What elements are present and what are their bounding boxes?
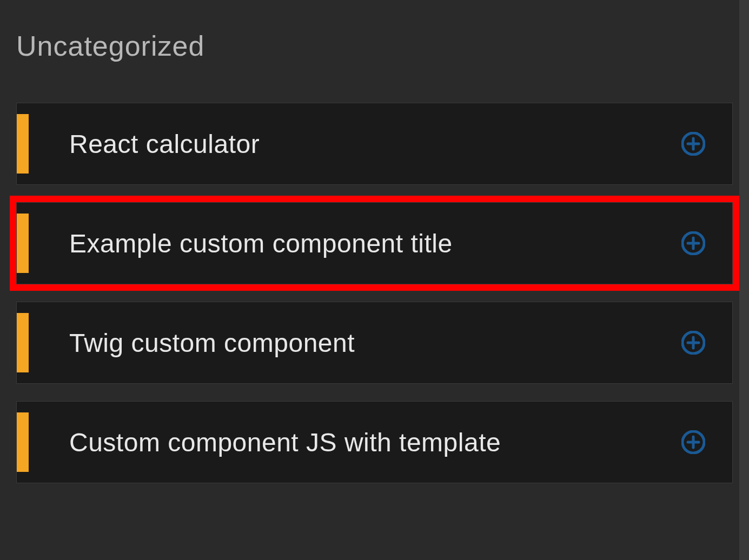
add-icon[interactable] [681, 132, 705, 156]
component-panel: Uncategorized React calculator Example [0, 0, 749, 499]
accent-bar [17, 412, 29, 472]
section-title: Uncategorized [16, 30, 733, 62]
component-item-label: React calculator [69, 129, 681, 159]
component-item-label: Custom component JS with template [69, 428, 681, 457]
component-list: React calculator Example custom componen… [16, 103, 733, 483]
scrollbar[interactable] [739, 0, 749, 560]
component-item-example-custom-component[interactable]: Example custom component title [16, 202, 733, 284]
component-item-label: Twig custom component [69, 328, 681, 358]
component-item-custom-component-js-template[interactable]: Custom component JS with template [16, 401, 733, 483]
component-item-wrapper: React calculator [16, 103, 733, 185]
add-icon[interactable] [681, 331, 705, 355]
accent-bar [17, 313, 29, 372]
add-icon[interactable] [681, 231, 705, 255]
accent-bar [17, 114, 29, 174]
add-icon[interactable] [681, 430, 705, 454]
component-item-label: Example custom component title [69, 229, 681, 258]
component-item-react-calculator[interactable]: React calculator [16, 103, 733, 185]
component-item-twig-custom-component[interactable]: Twig custom component [16, 302, 733, 384]
component-item-wrapper: Twig custom component [16, 302, 733, 384]
component-item-wrapper: Custom component JS with template [16, 401, 733, 483]
accent-bar [17, 214, 29, 273]
component-item-wrapper-highlighted: Example custom component title [16, 202, 733, 284]
